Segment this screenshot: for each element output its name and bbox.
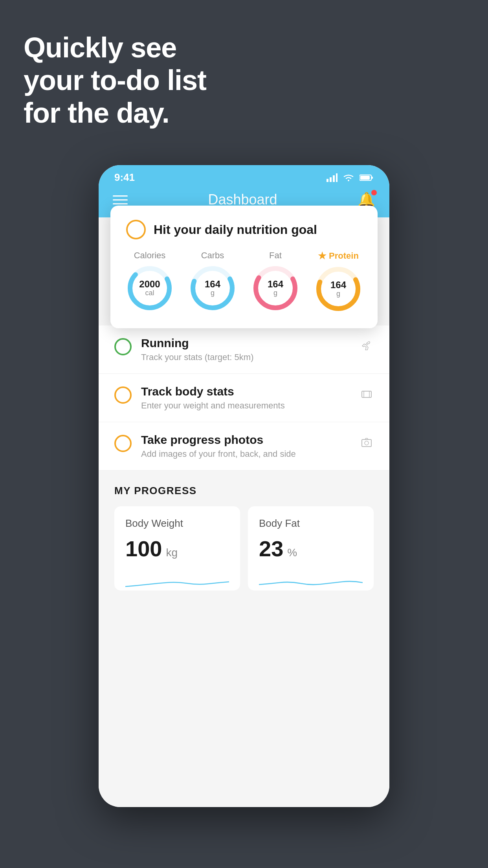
- todo-list: Running Track your stats (target: 5km) T…: [99, 326, 389, 471]
- body-weight-unit: kg: [166, 546, 178, 559]
- wifi-icon: [343, 173, 354, 182]
- fat-donut: 164 g: [252, 265, 299, 312]
- todo-item-photos[interactable]: Take progress photos Add images of your …: [99, 422, 389, 471]
- body-stats-title: Track body stats: [141, 385, 350, 398]
- svg-rect-15: [362, 391, 371, 397]
- svg-rect-18: [362, 440, 371, 447]
- photos-title: Take progress photos: [141, 433, 350, 447]
- running-icon: [360, 339, 374, 356]
- progress-title: MY PROGRESS: [114, 485, 374, 497]
- calories-label: Calories: [134, 250, 166, 261]
- status-bar: 9:41: [99, 165, 389, 187]
- nutrition-fat: Fat 164 g: [252, 250, 299, 312]
- hero-text: Quickly see your to-do list for the day.: [24, 31, 206, 129]
- body-weight-card: Body Weight 100 kg: [114, 506, 240, 590]
- signal-icon: [327, 173, 338, 182]
- status-icons: [327, 173, 374, 182]
- running-title: Running: [141, 337, 350, 350]
- svg-rect-1: [330, 177, 332, 182]
- fat-label: Fat: [269, 250, 282, 261]
- body-fat-chart: [259, 571, 363, 590]
- app-content: THINGS TO DO TODAY Hit your daily nutrit…: [99, 217, 389, 807]
- body-stats-circle: [114, 386, 132, 404]
- body-fat-value: 23: [259, 536, 283, 561]
- body-fat-card-title: Body Fat: [259, 517, 363, 530]
- todo-check-circle[interactable]: [126, 220, 146, 239]
- protein-label: ★Protein: [318, 250, 359, 261]
- body-stats-subtitle: Enter your weight and measurements: [141, 401, 350, 411]
- status-time: 9:41: [114, 171, 135, 184]
- photos-icon: [360, 436, 374, 452]
- progress-section: MY PROGRESS Body Weight 100 kg: [99, 471, 389, 600]
- body-fat-value-row: 23 %: [259, 536, 363, 561]
- running-circle: [114, 338, 132, 355]
- running-text: Running Track your stats (target: 5km): [141, 337, 350, 362]
- nutrition-carbs: Carbs 164 g: [189, 250, 236, 312]
- todo-item-body-stats[interactable]: Track body stats Enter your weight and m…: [99, 374, 389, 422]
- phone-mockup: 9:41 D: [99, 165, 389, 807]
- body-weight-value: 100: [125, 536, 162, 561]
- svg-rect-6: [371, 177, 373, 179]
- nutrition-circles: Calories 2000 cal Carbs: [126, 250, 362, 313]
- photos-circle: [114, 435, 132, 452]
- photos-text: Take progress photos Add images of your …: [141, 433, 350, 459]
- hamburger-menu[interactable]: [113, 195, 128, 204]
- svg-rect-3: [336, 173, 338, 182]
- body-weight-chart: [125, 571, 229, 590]
- svg-rect-2: [333, 175, 335, 182]
- svg-rect-5: [360, 176, 370, 180]
- progress-cards: Body Weight 100 kg Body Fat 23: [114, 506, 374, 590]
- todo-item-running[interactable]: Running Track your stats (target: 5km): [99, 326, 389, 374]
- star-icon: ★: [318, 250, 327, 261]
- card-title-row: Hit your daily nutrition goal: [126, 220, 362, 239]
- carbs-label: Carbs: [201, 250, 224, 261]
- protein-donut: 164 g: [315, 265, 362, 313]
- nutrition-protein: ★Protein 164 g: [315, 250, 362, 313]
- svg-point-19: [365, 441, 369, 445]
- card-title: Hit your daily nutrition goal: [154, 223, 317, 237]
- body-stats-icon: [360, 387, 374, 404]
- body-stats-text: Track body stats Enter your weight and m…: [141, 385, 350, 411]
- body-weight-value-row: 100 kg: [125, 536, 229, 561]
- calories-donut: 2000 cal: [126, 265, 173, 312]
- svg-rect-0: [327, 179, 328, 182]
- carbs-donut: 164 g: [189, 265, 236, 312]
- body-fat-unit: %: [287, 546, 297, 559]
- photos-subtitle: Add images of your front, back, and side: [141, 449, 350, 459]
- running-subtitle: Track your stats (target: 5km): [141, 352, 350, 362]
- body-weight-card-title: Body Weight: [125, 517, 229, 530]
- nutrition-calories: Calories 2000 cal: [126, 250, 173, 312]
- battery-icon: [360, 174, 374, 181]
- nutrition-card: Hit your daily nutrition goal Calories 2…: [110, 206, 378, 328]
- body-fat-card: Body Fat 23 %: [248, 506, 374, 590]
- notification-dot: [371, 190, 377, 195]
